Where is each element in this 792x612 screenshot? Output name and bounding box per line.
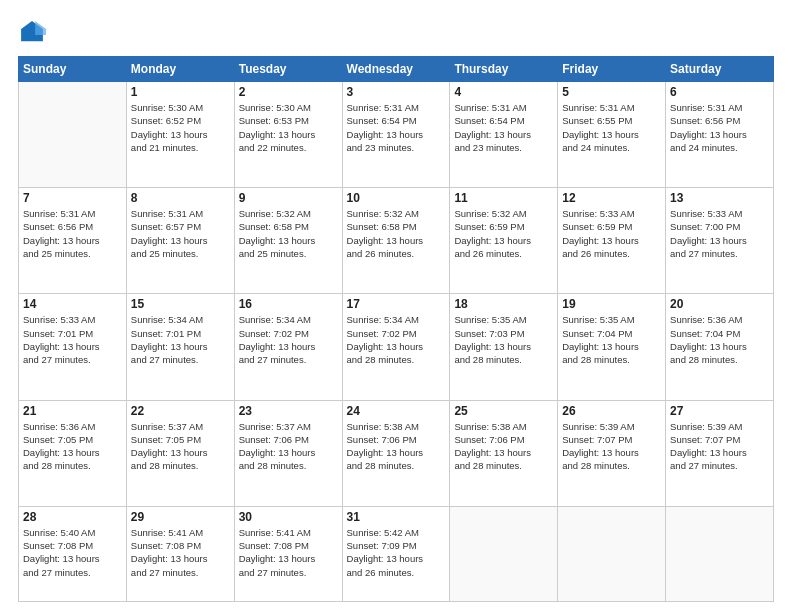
calendar-cell xyxy=(450,506,558,601)
calendar-cell: 7Sunrise: 5:31 AM Sunset: 6:56 PM Daylig… xyxy=(19,188,127,294)
day-info: Sunrise: 5:32 AM Sunset: 6:59 PM Dayligh… xyxy=(454,207,553,260)
calendar-cell: 26Sunrise: 5:39 AM Sunset: 7:07 PM Dayli… xyxy=(558,400,666,506)
weekday-header: Tuesday xyxy=(234,57,342,82)
calendar-week-row: 21Sunrise: 5:36 AM Sunset: 7:05 PM Dayli… xyxy=(19,400,774,506)
logo xyxy=(18,18,50,46)
calendar-cell: 22Sunrise: 5:37 AM Sunset: 7:05 PM Dayli… xyxy=(126,400,234,506)
calendar-cell: 14Sunrise: 5:33 AM Sunset: 7:01 PM Dayli… xyxy=(19,294,127,400)
day-number: 10 xyxy=(347,191,446,205)
calendar-cell: 10Sunrise: 5:32 AM Sunset: 6:58 PM Dayli… xyxy=(342,188,450,294)
day-info: Sunrise: 5:31 AM Sunset: 6:56 PM Dayligh… xyxy=(670,101,769,154)
day-number: 14 xyxy=(23,297,122,311)
day-info: Sunrise: 5:32 AM Sunset: 6:58 PM Dayligh… xyxy=(239,207,338,260)
calendar-cell: 28Sunrise: 5:40 AM Sunset: 7:08 PM Dayli… xyxy=(19,506,127,601)
day-number: 28 xyxy=(23,510,122,524)
day-info: Sunrise: 5:35 AM Sunset: 7:04 PM Dayligh… xyxy=(562,313,661,366)
calendar-cell: 25Sunrise: 5:38 AM Sunset: 7:06 PM Dayli… xyxy=(450,400,558,506)
weekday-header: Thursday xyxy=(450,57,558,82)
day-info: Sunrise: 5:37 AM Sunset: 7:05 PM Dayligh… xyxy=(131,420,230,473)
calendar-cell: 29Sunrise: 5:41 AM Sunset: 7:08 PM Dayli… xyxy=(126,506,234,601)
day-number: 9 xyxy=(239,191,338,205)
day-info: Sunrise: 5:34 AM Sunset: 7:02 PM Dayligh… xyxy=(347,313,446,366)
calendar-cell: 13Sunrise: 5:33 AM Sunset: 7:00 PM Dayli… xyxy=(666,188,774,294)
day-number: 7 xyxy=(23,191,122,205)
page: SundayMondayTuesdayWednesdayThursdayFrid… xyxy=(0,0,792,612)
day-info: Sunrise: 5:33 AM Sunset: 7:01 PM Dayligh… xyxy=(23,313,122,366)
day-number: 4 xyxy=(454,85,553,99)
calendar-cell: 23Sunrise: 5:37 AM Sunset: 7:06 PM Dayli… xyxy=(234,400,342,506)
calendar-header-row: SundayMondayTuesdayWednesdayThursdayFrid… xyxy=(19,57,774,82)
calendar-cell: 11Sunrise: 5:32 AM Sunset: 6:59 PM Dayli… xyxy=(450,188,558,294)
day-info: Sunrise: 5:41 AM Sunset: 7:08 PM Dayligh… xyxy=(239,526,338,579)
day-info: Sunrise: 5:34 AM Sunset: 7:01 PM Dayligh… xyxy=(131,313,230,366)
calendar-cell: 3Sunrise: 5:31 AM Sunset: 6:54 PM Daylig… xyxy=(342,82,450,188)
day-number: 30 xyxy=(239,510,338,524)
day-number: 2 xyxy=(239,85,338,99)
day-number: 5 xyxy=(562,85,661,99)
svg-marker-1 xyxy=(35,21,46,35)
day-info: Sunrise: 5:38 AM Sunset: 7:06 PM Dayligh… xyxy=(454,420,553,473)
calendar-cell: 12Sunrise: 5:33 AM Sunset: 6:59 PM Dayli… xyxy=(558,188,666,294)
day-info: Sunrise: 5:38 AM Sunset: 7:06 PM Dayligh… xyxy=(347,420,446,473)
day-info: Sunrise: 5:39 AM Sunset: 7:07 PM Dayligh… xyxy=(562,420,661,473)
day-info: Sunrise: 5:34 AM Sunset: 7:02 PM Dayligh… xyxy=(239,313,338,366)
calendar-cell: 27Sunrise: 5:39 AM Sunset: 7:07 PM Dayli… xyxy=(666,400,774,506)
day-info: Sunrise: 5:36 AM Sunset: 7:05 PM Dayligh… xyxy=(23,420,122,473)
day-number: 11 xyxy=(454,191,553,205)
day-number: 13 xyxy=(670,191,769,205)
day-number: 16 xyxy=(239,297,338,311)
weekday-header: Sunday xyxy=(19,57,127,82)
calendar-cell: 20Sunrise: 5:36 AM Sunset: 7:04 PM Dayli… xyxy=(666,294,774,400)
day-number: 17 xyxy=(347,297,446,311)
day-number: 3 xyxy=(347,85,446,99)
day-number: 31 xyxy=(347,510,446,524)
calendar-cell xyxy=(19,82,127,188)
calendar-cell: 1Sunrise: 5:30 AM Sunset: 6:52 PM Daylig… xyxy=(126,82,234,188)
day-info: Sunrise: 5:33 AM Sunset: 7:00 PM Dayligh… xyxy=(670,207,769,260)
calendar-cell: 4Sunrise: 5:31 AM Sunset: 6:54 PM Daylig… xyxy=(450,82,558,188)
calendar-week-row: 14Sunrise: 5:33 AM Sunset: 7:01 PM Dayli… xyxy=(19,294,774,400)
day-number: 6 xyxy=(670,85,769,99)
day-info: Sunrise: 5:33 AM Sunset: 6:59 PM Dayligh… xyxy=(562,207,661,260)
calendar-cell: 19Sunrise: 5:35 AM Sunset: 7:04 PM Dayli… xyxy=(558,294,666,400)
calendar-cell: 8Sunrise: 5:31 AM Sunset: 6:57 PM Daylig… xyxy=(126,188,234,294)
day-info: Sunrise: 5:39 AM Sunset: 7:07 PM Dayligh… xyxy=(670,420,769,473)
day-number: 29 xyxy=(131,510,230,524)
calendar-cell: 18Sunrise: 5:35 AM Sunset: 7:03 PM Dayli… xyxy=(450,294,558,400)
day-number: 20 xyxy=(670,297,769,311)
day-info: Sunrise: 5:40 AM Sunset: 7:08 PM Dayligh… xyxy=(23,526,122,579)
day-number: 12 xyxy=(562,191,661,205)
day-number: 23 xyxy=(239,404,338,418)
calendar-cell: 5Sunrise: 5:31 AM Sunset: 6:55 PM Daylig… xyxy=(558,82,666,188)
day-info: Sunrise: 5:30 AM Sunset: 6:53 PM Dayligh… xyxy=(239,101,338,154)
calendar-cell xyxy=(666,506,774,601)
calendar-cell: 30Sunrise: 5:41 AM Sunset: 7:08 PM Dayli… xyxy=(234,506,342,601)
day-number: 8 xyxy=(131,191,230,205)
day-number: 25 xyxy=(454,404,553,418)
calendar-week-row: 7Sunrise: 5:31 AM Sunset: 6:56 PM Daylig… xyxy=(19,188,774,294)
day-info: Sunrise: 5:31 AM Sunset: 6:55 PM Dayligh… xyxy=(562,101,661,154)
calendar-cell: 6Sunrise: 5:31 AM Sunset: 6:56 PM Daylig… xyxy=(666,82,774,188)
day-info: Sunrise: 5:30 AM Sunset: 6:52 PM Dayligh… xyxy=(131,101,230,154)
calendar-cell: 21Sunrise: 5:36 AM Sunset: 7:05 PM Dayli… xyxy=(19,400,127,506)
calendar-cell: 24Sunrise: 5:38 AM Sunset: 7:06 PM Dayli… xyxy=(342,400,450,506)
day-number: 22 xyxy=(131,404,230,418)
day-info: Sunrise: 5:42 AM Sunset: 7:09 PM Dayligh… xyxy=(347,526,446,579)
calendar-cell: 31Sunrise: 5:42 AM Sunset: 7:09 PM Dayli… xyxy=(342,506,450,601)
header xyxy=(18,18,774,46)
day-number: 15 xyxy=(131,297,230,311)
day-info: Sunrise: 5:32 AM Sunset: 6:58 PM Dayligh… xyxy=(347,207,446,260)
day-number: 21 xyxy=(23,404,122,418)
calendar-cell: 15Sunrise: 5:34 AM Sunset: 7:01 PM Dayli… xyxy=(126,294,234,400)
day-number: 24 xyxy=(347,404,446,418)
calendar-table: SundayMondayTuesdayWednesdayThursdayFrid… xyxy=(18,56,774,602)
day-number: 19 xyxy=(562,297,661,311)
day-info: Sunrise: 5:31 AM Sunset: 6:56 PM Dayligh… xyxy=(23,207,122,260)
calendar-cell: 9Sunrise: 5:32 AM Sunset: 6:58 PM Daylig… xyxy=(234,188,342,294)
calendar-week-row: 28Sunrise: 5:40 AM Sunset: 7:08 PM Dayli… xyxy=(19,506,774,601)
day-number: 26 xyxy=(562,404,661,418)
day-info: Sunrise: 5:35 AM Sunset: 7:03 PM Dayligh… xyxy=(454,313,553,366)
day-info: Sunrise: 5:37 AM Sunset: 7:06 PM Dayligh… xyxy=(239,420,338,473)
day-info: Sunrise: 5:36 AM Sunset: 7:04 PM Dayligh… xyxy=(670,313,769,366)
day-number: 27 xyxy=(670,404,769,418)
